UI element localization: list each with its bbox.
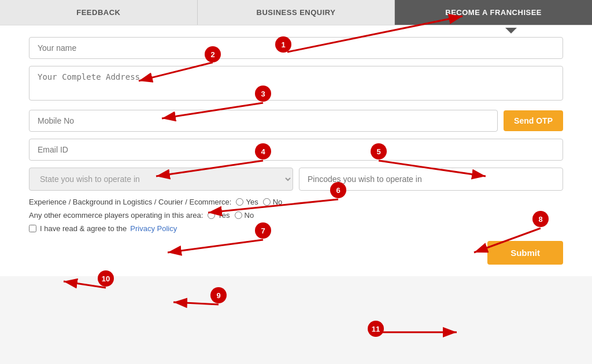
submit-row: Submit (29, 241, 563, 265)
send-otp-button[interactable]: Send OTP (504, 110, 563, 131)
mobile-row: Send OTP (29, 110, 563, 132)
annotation-11: 11 (368, 321, 384, 337)
tab-become-franchisee[interactable]: BECOME A FRANCHISEE (395, 0, 592, 25)
other-players-no-label[interactable]: No (235, 211, 254, 220)
submit-button[interactable]: Submit (487, 241, 563, 265)
name-group (29, 37, 563, 59)
experience-no-label[interactable]: No (263, 198, 283, 206)
privacy-policy-link[interactable]: Privacy Policy (130, 224, 177, 233)
experience-yes-label[interactable]: Yes (236, 198, 258, 206)
state-select[interactable]: State you wish to operate in (29, 168, 293, 191)
address-input[interactable] (29, 66, 563, 101)
privacy-checkbox-row: I have read & agree to the Privacy Polic… (29, 224, 563, 233)
tab-arrow-indicator (505, 28, 517, 34)
state-pincode-row: State you wish to operate in (29, 168, 563, 191)
email-group (29, 139, 563, 161)
experience-no-radio[interactable] (263, 198, 271, 206)
annotation-9: 9 (210, 287, 227, 303)
tab-bar: FEEDBACK BUSINESS ENQUIRY BECOME A FRANC… (0, 0, 592, 25)
other-players-no-radio[interactable] (235, 211, 242, 219)
name-input[interactable] (29, 37, 563, 59)
franchisee-form: Send OTP State you wish to operate in Ex… (0, 25, 592, 276)
email-input[interactable] (29, 139, 563, 161)
mobile-input[interactable] (29, 110, 498, 132)
privacy-checkbox[interactable] (29, 225, 36, 232)
svg-line-10 (64, 281, 106, 288)
tab-business-enquiry[interactable]: BUSINESS ENQUIRY (198, 0, 395, 25)
experience-row: Experience / Background in Logistics / C… (29, 198, 563, 206)
address-group (29, 66, 563, 103)
other-players-yes-label[interactable]: Yes (208, 211, 230, 220)
other-players-yes-radio[interactable] (208, 211, 215, 219)
tab-feedback[interactable]: FEEDBACK (0, 0, 198, 25)
experience-yes-radio[interactable] (236, 198, 243, 206)
pincode-input[interactable] (299, 168, 563, 191)
svg-line-9 (173, 302, 219, 304)
other-players-row: Any other ecommerce players operating in… (29, 211, 563, 220)
